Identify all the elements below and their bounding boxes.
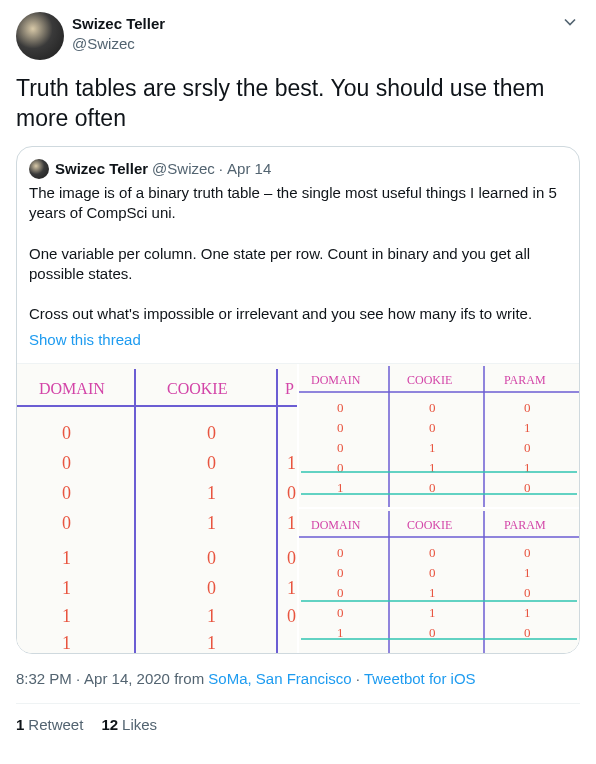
svg-text:1: 1 bbox=[337, 480, 344, 495]
quoted-header: Swizec Teller @Swizec · Apr 14 bbox=[29, 159, 567, 179]
svg-text:0: 0 bbox=[287, 606, 296, 626]
svg-text:1: 1 bbox=[337, 625, 344, 640]
svg-text:0: 0 bbox=[524, 625, 531, 640]
svg-text:0: 0 bbox=[337, 605, 344, 620]
svg-text:1: 1 bbox=[287, 513, 296, 533]
svg-text:0: 0 bbox=[429, 400, 436, 415]
retweets-stat[interactable]: 1Retweet bbox=[16, 716, 83, 733]
author-handle: @Swizec bbox=[72, 34, 552, 54]
svg-text:0: 0 bbox=[62, 483, 71, 503]
quoted-date: Apr 14 bbox=[227, 160, 271, 177]
quoted-author-handle: @Swizec bbox=[152, 160, 215, 177]
col-header-cookie: COOKIE bbox=[167, 380, 227, 397]
svg-text:DOMAIN: DOMAIN bbox=[311, 373, 361, 387]
svg-text:1: 1 bbox=[429, 440, 436, 455]
svg-text:1: 1 bbox=[429, 605, 436, 620]
tweet-header: Swizec Teller @Swizec bbox=[16, 12, 580, 60]
svg-text:0: 0 bbox=[337, 440, 344, 455]
svg-text:0: 0 bbox=[524, 545, 531, 560]
svg-text:1: 1 bbox=[207, 633, 216, 653]
svg-text:1: 1 bbox=[62, 578, 71, 598]
svg-text:0: 0 bbox=[429, 625, 436, 640]
svg-text:0: 0 bbox=[62, 423, 71, 443]
media-grid: DOMAIN COOKIE P 0000 1111 0011 0011 101 … bbox=[17, 363, 579, 653]
from-label: from bbox=[174, 670, 204, 687]
quoted-tweet[interactable]: Swizec Teller @Swizec · Apr 14 The image… bbox=[16, 146, 580, 654]
svg-text:PARAM: PARAM bbox=[504, 518, 546, 532]
svg-text:1: 1 bbox=[524, 420, 531, 435]
svg-text:0: 0 bbox=[524, 400, 531, 415]
tweet-date: Apr 14, 2020 bbox=[84, 670, 170, 687]
dot-separator: · bbox=[219, 160, 223, 177]
svg-text:1: 1 bbox=[62, 548, 71, 568]
svg-text:0: 0 bbox=[337, 400, 344, 415]
avatar[interactable] bbox=[16, 12, 64, 60]
svg-text:1: 1 bbox=[524, 605, 531, 620]
media-image-3[interactable]: DOMAIN COOKIE PARAM 00001 00110 01010 bbox=[299, 509, 579, 653]
svg-text:P: P bbox=[285, 380, 294, 397]
show-thread-link[interactable]: Show this thread bbox=[29, 331, 141, 348]
quoted-text: The image is of a binary truth table – t… bbox=[29, 183, 567, 325]
source-link[interactable]: Tweetbot for iOS bbox=[364, 670, 476, 687]
media-image-2[interactable]: DOMAIN COOKIE PARAM 00001 00110 01010 bbox=[299, 364, 579, 508]
svg-text:1: 1 bbox=[287, 578, 296, 598]
svg-text:1: 1 bbox=[62, 606, 71, 626]
author-name: Swizec Teller bbox=[72, 14, 552, 34]
svg-text:1: 1 bbox=[429, 585, 436, 600]
svg-rect-0 bbox=[17, 364, 297, 653]
svg-text:0: 0 bbox=[207, 423, 216, 443]
svg-text:1: 1 bbox=[207, 606, 216, 626]
svg-text:0: 0 bbox=[429, 420, 436, 435]
svg-text:0: 0 bbox=[524, 480, 531, 495]
likes-stat[interactable]: 12Likes bbox=[101, 716, 157, 733]
tweet-text: Truth tables are srsly the best. You sho… bbox=[16, 74, 580, 134]
svg-text:0: 0 bbox=[337, 565, 344, 580]
svg-text:0: 0 bbox=[524, 440, 531, 455]
svg-text:1: 1 bbox=[287, 453, 296, 473]
svg-text:1: 1 bbox=[207, 513, 216, 533]
quoted-author-name: Swizec Teller bbox=[55, 160, 148, 177]
svg-text:0: 0 bbox=[287, 483, 296, 503]
tweet-stats: 1Retweet 12Likes bbox=[16, 716, 580, 733]
svg-text:1: 1 bbox=[207, 483, 216, 503]
svg-text:0: 0 bbox=[207, 548, 216, 568]
quoted-avatar bbox=[29, 159, 49, 179]
svg-text:0: 0 bbox=[524, 585, 531, 600]
svg-text:0: 0 bbox=[429, 480, 436, 495]
author-block[interactable]: Swizec Teller @Swizec bbox=[72, 12, 552, 53]
svg-text:DOMAIN: DOMAIN bbox=[311, 518, 361, 532]
svg-text:0: 0 bbox=[62, 513, 71, 533]
chevron-down-icon[interactable] bbox=[560, 12, 580, 32]
svg-text:0: 0 bbox=[207, 453, 216, 473]
svg-text:0: 0 bbox=[337, 585, 344, 600]
divider bbox=[16, 703, 580, 704]
svg-text:1: 1 bbox=[62, 633, 71, 653]
media-image-1[interactable]: DOMAIN COOKIE P 0000 1111 0011 0011 101 … bbox=[17, 364, 297, 653]
svg-text:0: 0 bbox=[429, 565, 436, 580]
svg-text:0: 0 bbox=[207, 578, 216, 598]
tweet-time: 8:32 PM bbox=[16, 670, 72, 687]
svg-text:1: 1 bbox=[524, 565, 531, 580]
svg-text:0: 0 bbox=[337, 420, 344, 435]
tweet-meta: 8:32 PM·Apr 14, 2020 from SoMa, San Fran… bbox=[16, 668, 580, 689]
svg-text:0: 0 bbox=[287, 548, 296, 568]
svg-text:0: 0 bbox=[337, 545, 344, 560]
location-link[interactable]: SoMa, San Francisco bbox=[208, 670, 351, 687]
svg-text:0: 0 bbox=[62, 453, 71, 473]
svg-text:COOKIE: COOKIE bbox=[407, 373, 452, 387]
col-header-domain: DOMAIN bbox=[39, 380, 105, 397]
svg-text:COOKIE: COOKIE bbox=[407, 518, 452, 532]
svg-text:PARAM: PARAM bbox=[504, 373, 546, 387]
svg-text:0: 0 bbox=[429, 545, 436, 560]
